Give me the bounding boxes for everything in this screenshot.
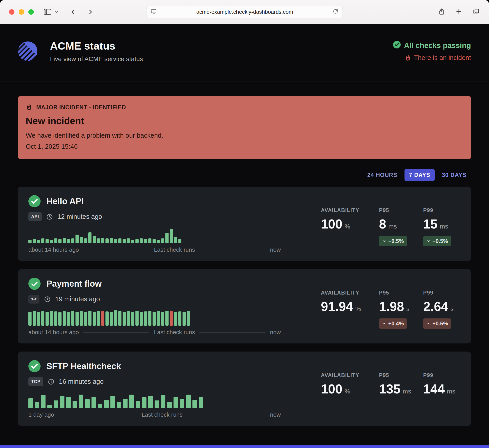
sidebar-toggle-button[interactable] [44,9,51,15]
check-run-bar[interactable] [104,400,109,408]
check-run-bar[interactable] [110,312,113,326]
check-run-bar[interactable] [67,312,70,326]
check-run-bar[interactable] [28,398,33,408]
check-run-bar[interactable] [142,397,147,408]
new-tab-button[interactable] [456,8,462,16]
check-run-bar[interactable] [46,312,49,326]
check-run-bar[interactable] [118,238,122,243]
check-run-bar[interactable] [117,402,121,408]
check-run-bar[interactable] [54,400,58,408]
check-run-bar[interactable] [170,229,173,243]
check-run-bar[interactable] [28,312,32,326]
check-run-bar[interactable] [129,395,134,408]
check-run-bar[interactable] [173,397,178,408]
check-run-bar[interactable] [122,239,126,243]
check-run-bar[interactable] [135,239,139,243]
check-run-bar[interactable] [63,311,66,326]
check-run-bar[interactable] [88,232,91,243]
check-run-bar[interactable] [161,312,164,326]
reload-icon[interactable] [333,8,338,15]
range-tab-24-hours[interactable]: 24 HOURS [363,169,402,181]
check-run-bar[interactable] [183,312,186,326]
check-run-bar[interactable] [110,396,115,408]
check-run-bar[interactable] [148,238,151,243]
check-run-bar[interactable] [50,240,53,243]
minimize-window-button[interactable] [19,9,24,15]
check-run-bar[interactable] [186,395,191,408]
check-run-bar[interactable] [135,311,139,326]
check-run-bar[interactable] [167,402,172,408]
check-run-bar[interactable] [106,238,109,243]
check-run-bar[interactable] [170,311,173,326]
check-run-bar[interactable] [114,239,117,243]
check-run-bar[interactable] [80,311,83,326]
check-run-bar[interactable] [153,239,156,243]
check-run-bar[interactable] [122,312,126,326]
check-run-bar[interactable] [157,311,160,326]
check-run-bar[interactable] [97,311,100,326]
check-run-bar[interactable] [178,311,181,326]
check-run-bar[interactable] [84,312,87,326]
check-run-bar[interactable] [157,240,160,243]
check-run-bar[interactable] [114,310,117,326]
check-run-bar[interactable] [161,395,165,408]
check-run-bar[interactable] [180,399,184,408]
check-run-bar[interactable] [106,311,109,326]
check-run-bar[interactable] [71,238,74,243]
check-run-bar[interactable] [187,311,190,326]
range-tab-30-days[interactable]: 30 DAYS [437,169,471,181]
check-run-bar[interactable] [46,239,49,243]
check-run-bar[interactable] [144,311,147,326]
check-run-bar[interactable] [79,395,83,408]
check-run-bar[interactable] [174,312,177,326]
check-run-bar[interactable] [101,311,104,326]
check-run-bar[interactable] [174,237,177,243]
address-bar[interactable]: acme-example.checkly-dashboards.com [146,6,343,18]
check-run-bar[interactable] [33,311,36,326]
check-run-bar[interactable] [127,238,130,243]
back-button[interactable] [70,8,77,15]
check-run-bar[interactable] [98,404,102,408]
check-run-bar[interactable] [127,311,130,326]
check-run-bar[interactable] [140,238,143,243]
check-run-bar[interactable] [192,400,197,408]
check-run-bar[interactable] [37,312,40,326]
check-run-bar[interactable] [110,238,113,243]
check-run-bar[interactable] [54,238,57,243]
check-run-bar[interactable] [199,397,203,408]
check-run-bar[interactable] [58,312,62,326]
check-run-bar[interactable] [131,312,134,326]
tab-overview-button[interactable] [473,8,480,16]
check-run-bar[interactable] [35,402,39,408]
check-run-bar[interactable] [33,239,36,243]
fullscreen-window-button[interactable] [28,9,34,15]
check-run-bar[interactable] [37,240,40,243]
check-run-bar[interactable] [75,312,79,326]
check-run-bar[interactable] [66,397,71,408]
check-run-bar[interactable] [63,238,66,243]
check-run-bar[interactable] [75,235,79,243]
check-run-bar[interactable] [153,312,156,326]
close-window-button[interactable] [9,9,14,15]
check-run-bar[interactable] [88,311,91,326]
check-run-bar[interactable] [101,238,104,243]
range-tab-7-days[interactable]: 7 DAYS [405,169,435,181]
check-run-bar[interactable] [123,399,128,408]
check-run-bar[interactable] [131,240,134,243]
check-run-bar[interactable] [148,396,153,408]
page-settings-icon[interactable] [151,8,157,16]
check-run-bar[interactable] [41,238,44,243]
check-run-bar[interactable] [136,401,140,408]
check-run-bar[interactable] [97,238,100,243]
sidebar-menu-chevron[interactable] [55,10,59,14]
check-run-bar[interactable] [47,405,52,408]
check-run-bar[interactable] [73,401,77,408]
check-run-bar[interactable] [178,239,181,243]
check-run-bar[interactable] [140,312,143,326]
check-run-bar[interactable] [93,312,96,326]
check-run-bar[interactable] [161,238,164,243]
check-run-bar[interactable] [91,397,96,408]
status-incident-link[interactable]: There is an incident [405,54,471,62]
check-run-bar[interactable] [148,311,151,326]
check-run-bar[interactable] [85,399,90,408]
